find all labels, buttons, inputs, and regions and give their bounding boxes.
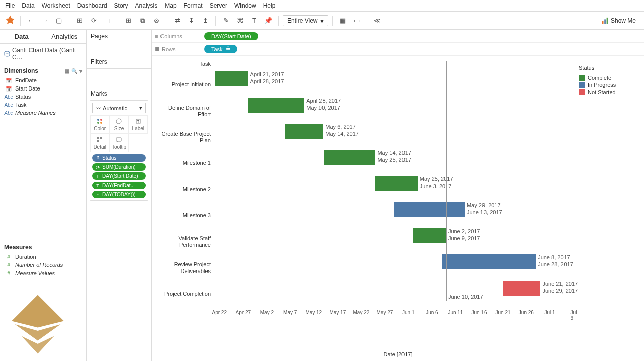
- shelf-column: Pages Filters Marks 〰 Automatic▾ ColorSi…: [87, 30, 152, 361]
- task-label: Milestone 1: [157, 150, 211, 176]
- highlight-icon[interactable]: ✎: [220, 15, 232, 27]
- datasource-name[interactable]: Gantt Chart Data (Gantt C…: [0, 44, 86, 64]
- mark-color[interactable]: Color: [90, 115, 109, 134]
- field-task[interactable]: AbcTask: [2, 101, 84, 109]
- mark-pill[interactable]: ⠿Status: [92, 154, 146, 162]
- menu-dashboard[interactable]: Dashboard: [77, 2, 107, 9]
- field-enddate[interactable]: 📅EndDate: [2, 76, 84, 84]
- svg-rect-12: [100, 137, 102, 139]
- pause-icon[interactable]: ◻: [102, 15, 114, 27]
- field-duration[interactable]: #Duration: [2, 253, 84, 261]
- menu-bar: FileDataWorksheetDashboardStoryAnalysisM…: [0, 0, 644, 12]
- group-icon[interactable]: ⌘: [234, 15, 246, 27]
- legend-title: Status: [579, 65, 634, 72]
- mark-tooltip[interactable]: Tooltip: [109, 134, 128, 152]
- gantt-bar[interactable]: [375, 176, 418, 191]
- bar-date-label: April 21, 2017April 28, 2017: [250, 71, 284, 85]
- gantt-bar[interactable]: [248, 98, 305, 113]
- columns-pill[interactable]: DAY(Start Date): [204, 32, 258, 40]
- pages-shelf[interactable]: Pages: [87, 30, 151, 43]
- menu-data[interactable]: Data: [22, 2, 34, 9]
- show-me-button[interactable]: Show Me: [598, 16, 640, 26]
- menu-format[interactable]: Format: [184, 2, 203, 9]
- menu-map[interactable]: Map: [165, 2, 176, 9]
- svg-rect-2: [607, 17, 608, 23]
- save-icon[interactable]: ▢: [53, 15, 65, 27]
- text-icon[interactable]: T: [248, 15, 260, 27]
- rows-shelf-label: ≣ Rows: [155, 46, 200, 52]
- field-measure-values[interactable]: #Measure Values: [2, 269, 84, 277]
- menu-help[interactable]: Help: [263, 2, 276, 9]
- field-measure-names[interactable]: AbcMeasure Names: [2, 109, 84, 117]
- legend: Status CompleteIn ProgressNot Started: [574, 61, 639, 340]
- cards-icon[interactable]: ▦: [337, 15, 349, 27]
- mark-type-dropdown[interactable]: 〰 Automatic▾: [92, 103, 146, 113]
- gantt-bar[interactable]: [285, 124, 323, 139]
- gantt-bar[interactable]: [324, 150, 375, 165]
- task-label: Validate Staff Performance: [157, 229, 211, 255]
- new-worksheet-icon[interactable]: ⊞: [122, 15, 134, 27]
- mark-label[interactable]: TLabel: [129, 115, 148, 134]
- mark-pill[interactable]: ∘DAY(TODAY()): [92, 191, 146, 198]
- filters-shelf[interactable]: Filters: [87, 55, 151, 69]
- sort-desc-icon[interactable]: ↥: [199, 15, 211, 27]
- clear-icon[interactable]: ⊗: [150, 15, 163, 27]
- menu-window[interactable]: Window: [234, 2, 256, 9]
- gantt-bar[interactable]: [442, 254, 536, 269]
- gantt-bar[interactable]: [503, 281, 541, 296]
- field-status[interactable]: AbcStatus: [2, 93, 84, 101]
- bar-date-label: June 21, 2017June 29, 2017: [542, 280, 578, 295]
- row-header-title: Task: [157, 61, 211, 72]
- fit-dropdown[interactable]: Entire View▾: [283, 15, 328, 26]
- gantt-bar[interactable]: [394, 202, 465, 217]
- menu-story[interactable]: Story: [114, 2, 128, 9]
- bar-date-label: June 8, 2017June 28, 2017: [538, 254, 573, 268]
- task-label: Milestone 3: [157, 203, 211, 229]
- presentation-icon[interactable]: ▭: [351, 15, 363, 27]
- field-start-date[interactable]: 📅Start Date: [2, 84, 84, 93]
- gantt-bar[interactable]: [215, 71, 248, 86]
- back-icon[interactable]: ←: [25, 15, 37, 27]
- refresh-icon[interactable]: ⟳: [88, 15, 100, 27]
- new-datasource-icon[interactable]: ⊞: [73, 15, 86, 27]
- reference-line: [446, 61, 447, 301]
- mark-detail[interactable]: Detail: [90, 134, 109, 152]
- swap-icon[interactable]: ⇄: [171, 15, 183, 27]
- legend-item[interactable]: In Progress: [579, 81, 634, 88]
- bar-date-label: May 14, 2017May 25, 2017: [377, 149, 411, 164]
- watermark-logo: [5, 292, 70, 357]
- task-label: Create Base Project Plan: [157, 124, 211, 150]
- mark-pill[interactable]: TDAY(EndDat..: [92, 182, 146, 189]
- logo-icon[interactable]: [4, 15, 16, 27]
- gantt-bar[interactable]: [413, 228, 446, 243]
- task-label: Define Domain of Effort: [157, 98, 211, 124]
- menu-analysis[interactable]: Analysis: [135, 2, 158, 9]
- task-label: Project Completion: [157, 281, 211, 307]
- svg-rect-11: [97, 137, 99, 139]
- gantt-plot[interactable]: April 21, 2017April 28, 2017April 28, 20…: [215, 61, 574, 301]
- sort-asc-icon[interactable]: ↧: [185, 15, 197, 27]
- task-label: Milestone 2: [157, 176, 211, 203]
- rows-pill[interactable]: Task≞: [204, 45, 237, 53]
- tab-data[interactable]: Data: [0, 30, 43, 43]
- mark-pill[interactable]: ◔SUM(Duration): [92, 163, 146, 171]
- share-icon[interactable]: ≪: [371, 15, 383, 27]
- svg-rect-1: [604, 19, 606, 24]
- pin-icon[interactable]: 📌: [262, 15, 274, 27]
- legend-item[interactable]: Not Started: [579, 88, 634, 96]
- reference-line-label: June 10, 2017: [448, 294, 484, 300]
- menu-server[interactable]: Server: [210, 2, 227, 9]
- legend-item[interactable]: Complete: [579, 74, 634, 81]
- forward-icon[interactable]: →: [39, 15, 51, 27]
- field-number-of-records[interactable]: #Number of Records: [2, 261, 84, 269]
- svg-point-3: [5, 51, 10, 53]
- mark-size[interactable]: Size: [109, 115, 128, 134]
- x-axis-title: Date [2017]: [152, 340, 644, 361]
- menu-worksheet[interactable]: Worksheet: [42, 2, 70, 9]
- duplicate-icon[interactable]: ⧉: [136, 15, 148, 27]
- mark-pill[interactable]: TDAY(Start Date): [92, 172, 146, 180]
- menu-file[interactable]: File: [5, 2, 15, 9]
- svg-point-7: [100, 122, 102, 124]
- task-label: Review Project Deliverables: [157, 255, 211, 281]
- tab-analytics[interactable]: Analytics: [43, 30, 87, 43]
